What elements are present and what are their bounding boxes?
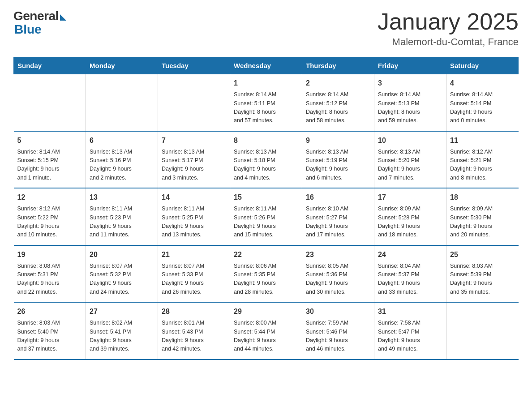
day-info: Sunrise: 8:03 AM Sunset: 5:39 PM Dayligh…	[450, 262, 515, 297]
day-number: 1	[234, 78, 298, 89]
day-info: Sunrise: 8:09 AM Sunset: 5:30 PM Dayligh…	[450, 205, 515, 240]
calendar-cell: 26Sunrise: 8:03 AM Sunset: 5:40 PM Dayli…	[14, 302, 86, 360]
day-number: 20	[90, 249, 154, 260]
day-info: Sunrise: 8:14 AM Sunset: 5:13 PM Dayligh…	[378, 90, 442, 125]
day-number: 12	[17, 192, 82, 203]
calendar-cell	[446, 302, 519, 360]
day-number: 31	[378, 306, 442, 317]
calendar-cell: 18Sunrise: 8:09 AM Sunset: 5:30 PM Dayli…	[446, 188, 519, 245]
day-number: 5	[17, 135, 82, 146]
day-info: Sunrise: 8:13 AM Sunset: 5:18 PM Dayligh…	[234, 148, 298, 183]
calendar-cell: 1Sunrise: 8:14 AM Sunset: 5:11 PM Daylig…	[230, 74, 302, 131]
day-info: Sunrise: 8:12 AM Sunset: 5:21 PM Dayligh…	[450, 148, 515, 183]
location-title: Malemort-du-Comtat, France	[378, 36, 519, 48]
day-info: Sunrise: 8:10 AM Sunset: 5:27 PM Dayligh…	[306, 205, 370, 240]
calendar-cell: 15Sunrise: 8:11 AM Sunset: 5:26 PM Dayli…	[230, 188, 302, 245]
calendar-cell: 20Sunrise: 8:07 AM Sunset: 5:32 PM Dayli…	[86, 245, 158, 303]
day-info: Sunrise: 8:07 AM Sunset: 5:33 PM Dayligh…	[162, 262, 226, 297]
day-number: 30	[306, 306, 370, 317]
day-number: 6	[90, 135, 154, 146]
day-info: Sunrise: 7:59 AM Sunset: 5:46 PM Dayligh…	[306, 319, 370, 354]
calendar-cell: 14Sunrise: 8:11 AM Sunset: 5:25 PM Dayli…	[158, 188, 230, 245]
day-number: 14	[162, 192, 226, 203]
calendar-cell: 29Sunrise: 8:00 AM Sunset: 5:44 PM Dayli…	[230, 302, 302, 360]
week-row-4: 19Sunrise: 8:08 AM Sunset: 5:31 PM Dayli…	[14, 245, 519, 303]
logo-blue-text: Blue	[13, 22, 42, 37]
day-info: Sunrise: 8:02 AM Sunset: 5:41 PM Dayligh…	[90, 319, 154, 354]
day-number: 25	[450, 249, 515, 260]
calendar-cell: 23Sunrise: 8:05 AM Sunset: 5:36 PM Dayli…	[302, 245, 374, 303]
calendar-cell: 3Sunrise: 8:14 AM Sunset: 5:13 PM Daylig…	[374, 74, 446, 131]
day-info: Sunrise: 8:06 AM Sunset: 5:35 PM Dayligh…	[234, 262, 298, 297]
day-info: Sunrise: 8:13 AM Sunset: 5:19 PM Dayligh…	[306, 148, 370, 183]
day-info: Sunrise: 8:13 AM Sunset: 5:17 PM Dayligh…	[162, 148, 226, 183]
logo: General Blue	[13, 9, 66, 37]
day-info: Sunrise: 8:09 AM Sunset: 5:28 PM Dayligh…	[378, 205, 442, 240]
calendar-cell: 10Sunrise: 8:13 AM Sunset: 5:20 PM Dayli…	[374, 131, 446, 188]
calendar-cell: 12Sunrise: 8:12 AM Sunset: 5:22 PM Dayli…	[14, 188, 86, 245]
week-row-3: 12Sunrise: 8:12 AM Sunset: 5:22 PM Dayli…	[14, 188, 519, 245]
day-info: Sunrise: 8:08 AM Sunset: 5:31 PM Dayligh…	[17, 262, 82, 297]
header-cell-friday: Friday	[374, 57, 446, 74]
day-number: 13	[90, 192, 154, 203]
day-info: Sunrise: 8:12 AM Sunset: 5:22 PM Dayligh…	[17, 205, 82, 240]
day-number: 18	[450, 192, 515, 203]
header-cell-monday: Monday	[86, 57, 158, 74]
header-cell-sunday: Sunday	[14, 57, 86, 74]
day-info: Sunrise: 7:58 AM Sunset: 5:47 PM Dayligh…	[378, 319, 442, 354]
calendar-cell: 25Sunrise: 8:03 AM Sunset: 5:39 PM Dayli…	[446, 245, 519, 303]
calendar-cell: 31Sunrise: 7:58 AM Sunset: 5:47 PM Dayli…	[374, 302, 446, 360]
title-section: January 2025 Malemort-du-Comtat, France	[378, 9, 519, 48]
day-number: 28	[162, 306, 226, 317]
day-info: Sunrise: 8:14 AM Sunset: 5:11 PM Dayligh…	[234, 90, 298, 125]
logo-general-text: General	[13, 9, 59, 23]
calendar-body: 1Sunrise: 8:14 AM Sunset: 5:11 PM Daylig…	[14, 74, 519, 360]
calendar-cell: 8Sunrise: 8:13 AM Sunset: 5:18 PM Daylig…	[230, 131, 302, 188]
day-info: Sunrise: 8:13 AM Sunset: 5:20 PM Dayligh…	[378, 148, 442, 183]
calendar-cell: 2Sunrise: 8:14 AM Sunset: 5:12 PM Daylig…	[302, 74, 374, 131]
day-number: 17	[378, 192, 442, 203]
day-number: 27	[90, 306, 154, 317]
week-row-2: 5Sunrise: 8:14 AM Sunset: 5:15 PM Daylig…	[14, 131, 519, 188]
logo-top: General	[13, 9, 66, 23]
day-info: Sunrise: 8:01 AM Sunset: 5:43 PM Dayligh…	[162, 319, 226, 354]
header-cell-saturday: Saturday	[446, 57, 519, 74]
day-number: 23	[306, 249, 370, 260]
day-number: 15	[234, 192, 298, 203]
page-header: General Blue January 2025 Malemort-du-Co…	[13, 9, 519, 48]
calendar-header: SundayMondayTuesdayWednesdayThursdayFrid…	[14, 57, 519, 74]
calendar-cell: 9Sunrise: 8:13 AM Sunset: 5:19 PM Daylig…	[302, 131, 374, 188]
header-cell-thursday: Thursday	[302, 57, 374, 74]
day-number: 7	[162, 135, 226, 146]
day-number: 9	[306, 135, 370, 146]
day-info: Sunrise: 8:14 AM Sunset: 5:14 PM Dayligh…	[450, 90, 515, 125]
calendar-cell: 11Sunrise: 8:12 AM Sunset: 5:21 PM Dayli…	[446, 131, 519, 188]
header-cell-wednesday: Wednesday	[230, 57, 302, 74]
day-number: 11	[450, 135, 515, 146]
calendar-cell: 27Sunrise: 8:02 AM Sunset: 5:41 PM Dayli…	[86, 302, 158, 360]
calendar-cell: 4Sunrise: 8:14 AM Sunset: 5:14 PM Daylig…	[446, 74, 519, 131]
calendar-table: SundayMondayTuesdayWednesdayThursdayFrid…	[13, 57, 519, 360]
calendar-cell: 21Sunrise: 8:07 AM Sunset: 5:33 PM Dayli…	[158, 245, 230, 303]
day-number: 4	[450, 78, 515, 89]
day-number: 10	[378, 135, 442, 146]
day-info: Sunrise: 8:04 AM Sunset: 5:37 PM Dayligh…	[378, 262, 442, 297]
day-number: 2	[306, 78, 370, 89]
calendar-cell: 22Sunrise: 8:06 AM Sunset: 5:35 PM Dayli…	[230, 245, 302, 303]
calendar-cell	[86, 74, 158, 131]
calendar-cell	[158, 74, 230, 131]
calendar-cell: 30Sunrise: 7:59 AM Sunset: 5:46 PM Dayli…	[302, 302, 374, 360]
month-title: January 2025	[378, 9, 519, 34]
calendar-cell	[14, 74, 86, 131]
day-info: Sunrise: 8:05 AM Sunset: 5:36 PM Dayligh…	[306, 262, 370, 297]
day-number: 19	[17, 249, 82, 260]
calendar-cell: 13Sunrise: 8:11 AM Sunset: 5:23 PM Dayli…	[86, 188, 158, 245]
day-info: Sunrise: 8:14 AM Sunset: 5:12 PM Dayligh…	[306, 90, 370, 125]
calendar-cell: 24Sunrise: 8:04 AM Sunset: 5:37 PM Dayli…	[374, 245, 446, 303]
calendar-cell: 7Sunrise: 8:13 AM Sunset: 5:17 PM Daylig…	[158, 131, 230, 188]
calendar-cell: 17Sunrise: 8:09 AM Sunset: 5:28 PM Dayli…	[374, 188, 446, 245]
calendar-cell: 28Sunrise: 8:01 AM Sunset: 5:43 PM Dayli…	[158, 302, 230, 360]
day-number: 16	[306, 192, 370, 203]
day-number: 8	[234, 135, 298, 146]
week-row-5: 26Sunrise: 8:03 AM Sunset: 5:40 PM Dayli…	[14, 302, 519, 360]
